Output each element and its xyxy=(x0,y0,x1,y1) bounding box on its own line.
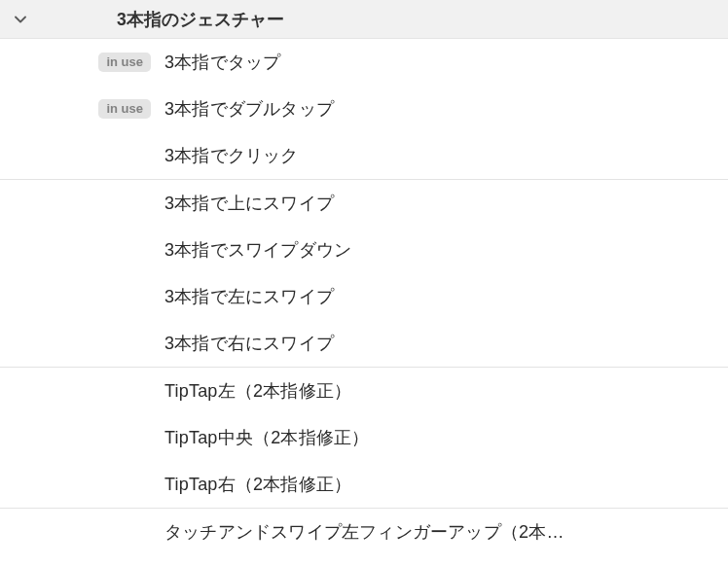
gesture-list: in use3本指でタップin use3本指でダブルタップ3本指でクリック3本指… xyxy=(0,39,728,566)
gesture-row[interactable]: TipTap中央（2本指修正） xyxy=(0,414,728,461)
gesture-row[interactable]: 3本指でスワイプダウン xyxy=(0,227,728,273)
gesture-label: 3本指で上にスワイプ xyxy=(161,192,728,215)
status-column xyxy=(0,320,161,367)
gesture-label: 3本指でクリック xyxy=(161,144,728,167)
gesture-row[interactable]: in use3本指でダブルタップ xyxy=(0,86,728,132)
gesture-row[interactable]: in use3本指でタップ xyxy=(0,39,728,86)
gesture-row[interactable]: 3本指でクリック xyxy=(0,132,728,179)
gesture-row[interactable]: 3本指で右にスワイプ xyxy=(0,320,728,367)
section-title: 3本指のジェスチャー xyxy=(117,8,284,31)
status-column xyxy=(0,273,161,320)
gesture-row[interactable]: 3本指で左にスワイプ xyxy=(0,273,728,320)
gesture-group: TipTap左（2本指修正）TipTap中央（2本指修正）TipTap右（2本指… xyxy=(0,368,728,509)
status-column xyxy=(0,461,161,508)
gesture-row[interactable]: 3本指で上にスワイプ xyxy=(0,180,728,227)
gesture-label: TipTap中央（2本指修正） xyxy=(161,426,728,449)
gesture-group: in use3本指でタップin use3本指でダブルタップ3本指でクリック xyxy=(0,39,728,180)
status-column xyxy=(0,132,161,179)
gesture-label: 3本指でタップ xyxy=(161,51,728,74)
gesture-row[interactable]: タッチアンドスワイプ左フィンガーアップ（2本… xyxy=(0,509,728,555)
gesture-label: 3本指で右にスワイプ xyxy=(161,332,728,355)
gesture-row[interactable]: TipTap右（2本指修正） xyxy=(0,461,728,508)
status-column: in use xyxy=(0,86,161,132)
in-use-badge: in use xyxy=(98,53,151,72)
status-column xyxy=(0,368,161,414)
in-use-badge: in use xyxy=(98,99,151,119)
status-column xyxy=(0,509,161,555)
gesture-label: タッチアンドスワイプ左フィンガーアップ（2本… xyxy=(161,520,728,544)
status-column: in use xyxy=(0,39,161,86)
gesture-group: タッチアンドスワイプ左フィンガーアップ（2本…タッチアンドスワイプ左フィンガーダ… xyxy=(0,509,728,566)
status-column xyxy=(0,180,161,227)
gesture-label: 3本指でダブルタップ xyxy=(161,97,728,121)
chevron-down-icon xyxy=(14,13,27,26)
status-column xyxy=(0,227,161,273)
gesture-label: TipTap左（2本指修正） xyxy=(161,379,728,403)
gesture-group: 3本指で上にスワイプ3本指でスワイプダウン3本指で左にスワイプ3本指で右にスワイ… xyxy=(0,180,728,368)
gesture-row[interactable]: TipTap左（2本指修正） xyxy=(0,368,728,414)
gesture-section-header[interactable]: 3本指のジェスチャー xyxy=(0,0,728,39)
status-column xyxy=(0,555,161,566)
gesture-row[interactable]: タッチアンドスワイプ左フィンガーダウン（2本… xyxy=(0,555,728,566)
gesture-label: 3本指で左にスワイプ xyxy=(161,285,728,308)
gesture-label: TipTap右（2本指修正） xyxy=(161,473,728,496)
status-column xyxy=(0,414,161,461)
gesture-label: 3本指でスワイプダウン xyxy=(161,238,728,262)
